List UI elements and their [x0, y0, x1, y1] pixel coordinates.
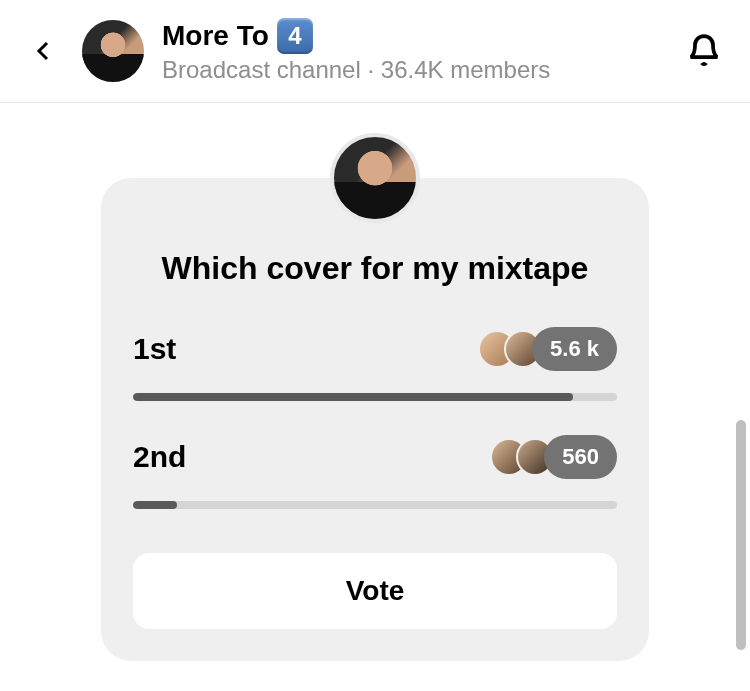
bell-icon: [686, 33, 722, 69]
poll-option-header: 2nd 560: [133, 435, 617, 479]
channel-title-text: More To: [162, 19, 269, 53]
poll-option[interactable]: 1st 5.6 k: [133, 327, 617, 401]
channel-title: More To 4: [162, 18, 664, 54]
vote-button[interactable]: Vote: [133, 553, 617, 629]
members-count: 36.4K members: [381, 56, 550, 83]
progress-fill: [133, 393, 573, 401]
number-four-emoji-icon: 4: [277, 18, 313, 54]
poll-card: Which cover for my mixtape 1st 5.6 k 2nd: [101, 178, 649, 661]
channel-type-label: Broadcast channel: [162, 56, 361, 83]
progress-fill: [133, 501, 177, 509]
scrollbar-thumb[interactable]: [736, 420, 746, 650]
channel-info[interactable]: More To 4 Broadcast channel · 36.4K memb…: [162, 18, 664, 84]
poll-option-stats: 560: [502, 435, 617, 479]
content-area: Which cover for my mixtape 1st 5.6 k 2nd: [0, 103, 750, 661]
subtitle-separator: ·: [361, 56, 381, 83]
poll-option[interactable]: 2nd 560: [133, 435, 617, 509]
progress-track: [133, 393, 617, 401]
notifications-button[interactable]: [682, 29, 726, 73]
poll-option-label: 2nd: [133, 440, 186, 474]
chevron-left-icon: [32, 39, 56, 63]
back-button[interactable]: [24, 31, 64, 71]
channel-subtitle: Broadcast channel · 36.4K members: [162, 56, 664, 84]
vote-count-badge: 5.6 k: [532, 327, 617, 371]
poll-option-header: 1st 5.6 k: [133, 327, 617, 371]
channel-header: More To 4 Broadcast channel · 36.4K memb…: [0, 0, 750, 103]
vote-count-badge: 560: [544, 435, 617, 479]
sender-avatar[interactable]: [330, 133, 420, 223]
channel-avatar[interactable]: [82, 20, 144, 82]
poll-question: Which cover for my mixtape: [133, 250, 617, 287]
poll-option-stats: 5.6 k: [490, 327, 617, 371]
poll-option-label: 1st: [133, 332, 176, 366]
progress-track: [133, 501, 617, 509]
